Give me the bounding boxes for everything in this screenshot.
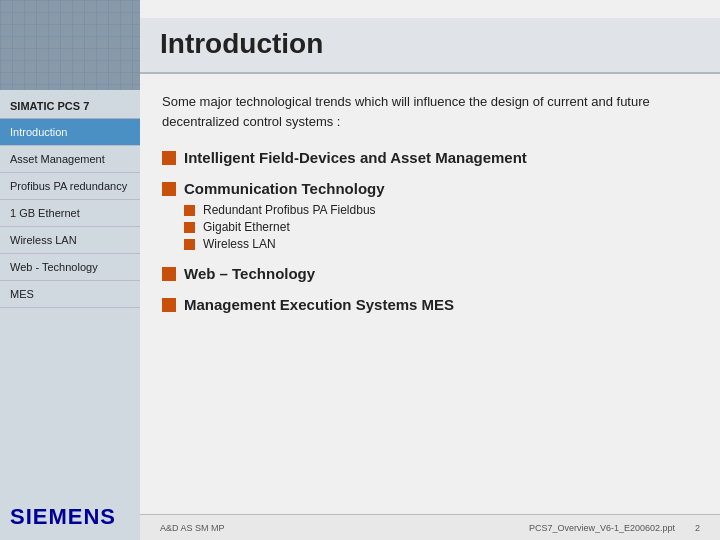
bullet-sub-icon-2-2 (184, 222, 195, 233)
sidebar-logo-image (0, 0, 140, 90)
bullet-label-1: Intelligent Field-Devices and Asset Mana… (184, 149, 527, 166)
main-footer: A&D AS SM MP PCS7_Overview_V6-1_E200602.… (140, 514, 720, 540)
bullet-section-1: Intelligent Field-Devices and Asset Mana… (162, 149, 698, 166)
sidebar-title: SIMATIC PCS 7 (0, 90, 140, 119)
bullet-sub-2-1: Redundant Profibus PA Fieldbus (184, 203, 698, 217)
footer-right-area: PCS7_Overview_V6-1_E200602.ppt 2 (529, 523, 700, 533)
bullet-main-1: Intelligent Field-Devices and Asset Mana… (162, 149, 698, 166)
bullet-sub-2-2: Gigabit Ethernet (184, 220, 698, 234)
bullet-label-4: Management Execution Systems MES (184, 296, 454, 313)
footer-left-text: A&D AS SM MP (160, 523, 225, 533)
footer-page-number: 2 (695, 523, 700, 533)
footer-filename: PCS7_Overview_V6-1_E200602.ppt (529, 523, 675, 533)
page-title: Introduction (160, 28, 700, 60)
bullet-main-2: Communication Technology (162, 180, 698, 197)
bullet-sub-label-2-1: Redundant Profibus PA Fieldbus (203, 203, 376, 217)
main-header: Introduction (140, 18, 720, 74)
sidebar-item-mes[interactable]: MES (0, 281, 140, 308)
bullet-main-4: Management Execution Systems MES (162, 296, 698, 313)
sidebar-item-wireless-lan[interactable]: Wireless LAN (0, 227, 140, 254)
sidebar-item-asset-management[interactable]: Asset Management (0, 146, 140, 173)
bullet-sub-icon-2-1 (184, 205, 195, 216)
bullet-icon-3 (162, 267, 176, 281)
bullet-sub-label-2-3: Wireless LAN (203, 237, 276, 251)
bullet-label-2: Communication Technology (184, 180, 385, 197)
bullet-section-2: Communication Technology Redundant Profi… (162, 180, 698, 251)
bullet-icon-1 (162, 151, 176, 165)
bullet-icon-4 (162, 298, 176, 312)
main-content: Introduction Some major technological tr… (140, 0, 720, 540)
sidebar-item-web-technology[interactable]: Web - Technology (0, 254, 140, 281)
bullet-icon-2 (162, 182, 176, 196)
bullet-sub-label-2-2: Gigabit Ethernet (203, 220, 290, 234)
sidebar-nav: Introduction Asset Management Profibus P… (0, 119, 140, 480)
intro-paragraph: Some major technological trends which wi… (162, 92, 698, 131)
bullet-section-4: Management Execution Systems MES (162, 296, 698, 313)
sidebar-bottom: SIEMENS (0, 480, 140, 540)
bullet-sub-2-3: Wireless LAN (184, 237, 698, 251)
bullet-section-3: Web – Technology (162, 265, 698, 282)
sidebar-item-profibus[interactable]: Profibus PA redundancy (0, 173, 140, 200)
bullet-sub-icon-2-3 (184, 239, 195, 250)
siemens-logo: SIEMENS (10, 504, 116, 530)
bullet-main-3: Web – Technology (162, 265, 698, 282)
main-body: Some major technological trends which wi… (140, 74, 720, 514)
bullet-label-3: Web – Technology (184, 265, 315, 282)
sidebar-item-introduction[interactable]: Introduction (0, 119, 140, 146)
sidebar: SIMATIC PCS 7 Introduction Asset Managem… (0, 0, 140, 540)
sidebar-item-gb-ethernet[interactable]: 1 GB Ethernet (0, 200, 140, 227)
